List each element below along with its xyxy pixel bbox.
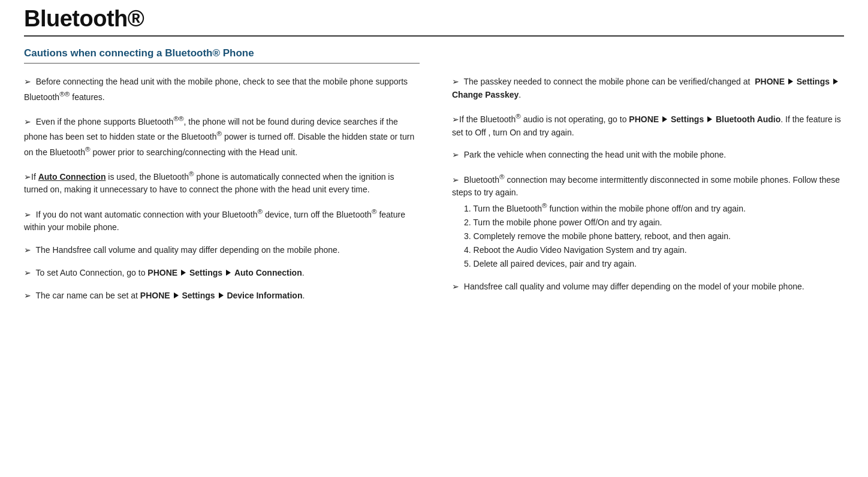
left-para-5: ➢ The Handsfree call volume and quality … [24,244,416,257]
left-para-4: ➢ If you do not want automatic connectio… [24,206,416,234]
right-para-4: ➢ Bluetooth® connection may become inter… [452,171,844,271]
auto-connection-nav: Auto Connection [234,268,302,277]
arrow-4 [219,292,224,298]
settings-label-3: Settings [797,77,830,86]
left-para-6: ➢ To set Auto Connection, go to PHONE Se… [24,267,416,280]
right-column: ➢ The passkey needed to connect the mobi… [452,76,844,312]
phone-label-3: PHONE [755,77,785,86]
left-column: ➢ Before connecting the head unit with t… [24,76,416,312]
arrow-7 [662,116,667,122]
phone-label-1: PHONE [147,268,177,277]
right-para-3: ➢ Park the vehicle when connecting the h… [452,149,844,162]
change-passkey-label: Change Passkey [452,90,519,99]
page-title: Bluetooth® [24,6,844,32]
arrow-3 [174,292,179,298]
phone-label-2: PHONE [140,291,170,300]
reconnect-steps: 1. Turn the Bluetooth® function within t… [464,200,844,271]
left-para-1: ➢ Before connecting the head unit with t… [24,76,416,104]
section-title: Cautions when connecting a Bluetooth® Ph… [24,47,420,59]
arrow-1 [181,270,186,276]
left-para-3: ➢If Auto Connection is used, the Bluetoo… [24,168,416,197]
auto-connection-label: Auto Connection [38,172,106,182]
device-information-label: Device Information [227,291,302,300]
bluetooth-audio-label: Bluetooth Audio [716,114,780,124]
section-header: Cautions when connecting a Bluetooth® Ph… [24,47,420,64]
content-columns: ➢ Before connecting the head unit with t… [24,76,844,312]
page-header: Bluetooth® [24,0,844,37]
phone-label-4: PHONE [629,114,659,124]
settings-label-1: Settings [189,268,222,277]
left-para-2: ➢ Even if the phone supports Bluetooth®®… [24,113,416,159]
arrow-8 [707,116,712,122]
arrow-2 [226,270,231,276]
right-para-1: ➢ The passkey needed to connect the mobi… [452,76,844,101]
settings-label-2: Settings [182,291,215,300]
left-para-7: ➢ The car name can be set at PHONE Setti… [24,289,416,303]
arrow-6 [833,79,838,84]
right-para-5: ➢ Handsfree call quality and volume may … [452,280,844,294]
settings-label-4: Settings [671,114,704,124]
arrow-5 [788,79,793,84]
right-para-2: ➢If the Bluetooth® audio is not operatin… [452,111,844,139]
